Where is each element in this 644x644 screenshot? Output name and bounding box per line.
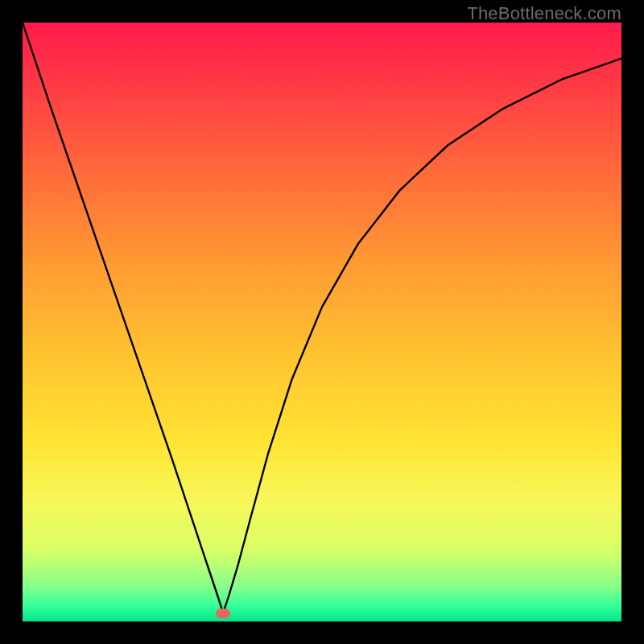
chart-frame: { "watermark": "TheBottleneck.com", "col… — [0, 0, 644, 644]
plot-area — [23, 23, 621, 621]
bottleneck-curve — [23, 23, 621, 621]
minimum-marker — [216, 609, 230, 618]
watermark-text: TheBottleneck.com — [467, 3, 621, 24]
